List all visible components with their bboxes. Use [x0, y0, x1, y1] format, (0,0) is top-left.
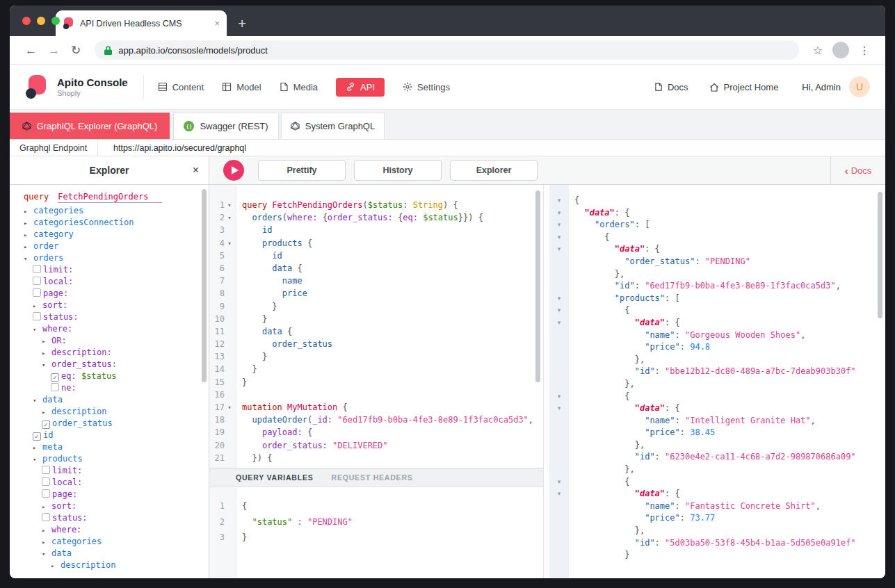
tree-field-row[interactable]: ▾orders — [24, 252, 209, 264]
checkbox[interactable] — [51, 383, 59, 391]
new-tab-button[interactable]: + — [238, 16, 246, 31]
browser-tab[interactable]: API Driven Headless CMS × — [56, 10, 227, 36]
tree-field-row[interactable]: ✓order_status — [24, 418, 209, 430]
collapse-arrow-icon[interactable]: ▸ — [51, 560, 61, 572]
fold-arrow-icon[interactable]: ▾ — [558, 317, 561, 329]
collapse-arrow-icon[interactable]: ▸ — [42, 348, 51, 359]
tree-field-row[interactable]: ▾products — [24, 453, 209, 465]
apito-logo[interactable] — [25, 75, 49, 99]
history-button[interactable]: History — [354, 160, 442, 181]
checkbox[interactable] — [33, 277, 41, 285]
tab-query-variables[interactable]: QUERY VARIABLES — [236, 473, 314, 482]
checkbox[interactable] — [33, 312, 41, 320]
fold-arrow-icon[interactable]: ▾ — [558, 231, 561, 244]
checkbox[interactable] — [42, 489, 50, 498]
tree-field-row[interactable]: ▾data — [24, 548, 209, 560]
collapse-arrow-icon[interactable]: ▸ — [42, 525, 51, 537]
checkbox-checked[interactable]: ✓ — [33, 432, 41, 441]
checkbox[interactable] — [33, 265, 41, 273]
checkbox[interactable] — [42, 477, 50, 486]
variables-editor[interactable]: 123 { "status" : "PENDING"} — [209, 487, 543, 578]
fold-arrow-icon[interactable]: ▾ — [558, 207, 561, 220]
checkbox[interactable] — [33, 288, 41, 297]
tree-argument-row[interactable]: local: — [24, 477, 209, 489]
checkbox[interactable] — [42, 513, 50, 521]
explorer-toggle-button[interactable]: Explorer — [450, 160, 538, 181]
expand-arrow-icon[interactable]: ▾ — [33, 324, 42, 336]
results-scrollbar[interactable] — [878, 192, 882, 318]
query-editor[interactable]: 1▾2▾34▾567891011121314151617▾18192021 qu… — [209, 185, 543, 468]
query-name-row[interactable]: query FetchPendingOrders — [24, 191, 209, 203]
nav-item-model[interactable]: Model — [222, 82, 261, 92]
close-window-icon[interactable] — [22, 17, 31, 25]
tree-argument-row[interactable]: ▾order_status: — [24, 359, 209, 370]
tree-argument-row[interactable]: page: — [24, 489, 209, 500]
browser-profile-avatar[interactable] — [832, 42, 849, 58]
address-bar[interactable]: app.apito.io/consosle/models/product — [95, 40, 798, 60]
fold-arrow-icon[interactable]: ▾ — [558, 195, 561, 207]
execute-query-button[interactable] — [223, 160, 244, 181]
checkbox-checked[interactable]: ✓ — [51, 373, 59, 382]
fold-arrow-icon[interactable]: ▾ — [558, 488, 561, 500]
forward-icon[interactable]: → — [48, 44, 60, 56]
tree-argument-row[interactable]: ▸where: — [24, 524, 209, 536]
tree-argument-row[interactable]: status: — [24, 311, 209, 323]
tree-argument-row[interactable]: local: — [24, 276, 209, 288]
docs-link[interactable]: Docs — [654, 82, 688, 92]
fold-arrow-icon[interactable]: ▾ — [225, 401, 234, 414]
fold-arrow-icon[interactable]: ▾ — [558, 391, 561, 403]
fold-arrow-icon[interactable]: ▾ — [558, 402, 561, 415]
tree-field-row[interactable]: ✓id — [24, 430, 209, 441]
tab-close-icon[interactable]: × — [214, 18, 220, 28]
prettify-button[interactable]: Prettify — [258, 160, 346, 181]
back-icon[interactable]: ← — [25, 44, 37, 56]
collapse-arrow-icon[interactable]: ▸ — [24, 241, 33, 253]
expand-arrow-icon[interactable]: ▾ — [33, 454, 42, 466]
collapse-arrow-icon[interactable]: ▸ — [24, 229, 33, 241]
fold-arrow-icon[interactable]: ▾ — [225, 237, 234, 250]
tree-field-row[interactable]: ▸category — [24, 229, 209, 240]
tree-argument-row[interactable]: limit: — [24, 465, 209, 477]
collapse-arrow-icon[interactable]: ▸ — [42, 501, 51, 513]
tree-argument-row[interactable]: ▾where: — [24, 323, 209, 335]
collapse-arrow-icon[interactable]: ▸ — [42, 407, 51, 418]
tree-argument-row[interactable]: ▸OR: — [24, 335, 209, 347]
nav-item-settings[interactable]: Settings — [403, 82, 450, 92]
nav-item-media[interactable]: Media — [280, 82, 318, 92]
tree-argument-row[interactable]: ne: — [24, 382, 209, 394]
tree-argument-row[interactable]: status: — [24, 512, 209, 524]
collapse-arrow-icon[interactable]: ▸ — [33, 442, 42, 454]
checkbox[interactable] — [42, 466, 50, 474]
tree-field-row[interactable]: ▸categories — [24, 205, 209, 217]
expand-arrow-icon[interactable]: ▾ — [33, 395, 42, 407]
collapse-arrow-icon[interactable]: ▸ — [42, 537, 51, 548]
fold-arrow-icon[interactable]: ▾ — [558, 219, 561, 231]
collapse-arrow-icon[interactable]: ▸ — [33, 300, 42, 312]
tree-argument-row[interactable]: limit: — [24, 264, 209, 276]
tree-field-row[interactable]: ▸description — [24, 406, 209, 418]
docs-panel-button[interactable]: ‹ Docs — [830, 156, 885, 184]
user-avatar[interactable]: U — [849, 76, 870, 97]
query-name-input[interactable]: FetchPendingOrders — [58, 192, 162, 203]
reload-icon[interactable]: ↻ — [71, 44, 81, 56]
tree-field-row[interactable]: ▾data — [24, 394, 209, 406]
tree-argument-row[interactable]: ▸sort: — [24, 500, 209, 512]
tab-request-headers[interactable]: REQUEST HEADERS — [332, 473, 413, 482]
tree-argument-row[interactable]: ▸sort: — [24, 300, 209, 311]
project-home-link[interactable]: Project Home — [709, 82, 779, 92]
expand-arrow-icon[interactable]: ▾ — [42, 359, 51, 371]
explorer-scrollbar[interactable] — [202, 189, 207, 382]
collapse-arrow-icon[interactable]: ▸ — [24, 206, 33, 218]
explorer-close-icon[interactable]: × — [193, 164, 199, 177]
fold-arrow-icon[interactable]: ▾ — [225, 199, 234, 211]
minimize-window-icon[interactable] — [37, 17, 45, 25]
tree-field-row[interactable]: ▸order — [24, 240, 209, 252]
tree-field-row[interactable]: ▸categoriesConnection — [24, 217, 209, 229]
tree-argument-row[interactable]: page: — [24, 288, 209, 300]
expand-arrow-icon[interactable]: ▾ — [24, 253, 33, 265]
tree-argument-row[interactable]: ▸description: — [24, 347, 209, 359]
fold-arrow-icon[interactable]: ▾ — [558, 304, 561, 317]
variables-code[interactable]: { "status" : "PENDING"} — [236, 487, 543, 578]
tree-argument-row[interactable]: ✓eq: $status — [24, 370, 209, 382]
nav-item-api[interactable]: API — [336, 78, 385, 97]
